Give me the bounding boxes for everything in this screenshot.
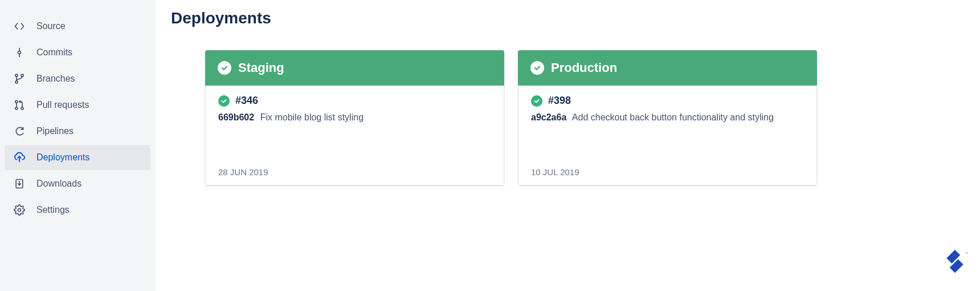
environment-card-production[interactable]: Production #398 a9c2a6a Add checkout bac…: [518, 50, 817, 185]
sidebar-label: Deployments: [36, 152, 89, 163]
sidebar-item-pipelines[interactable]: Pipelines: [5, 119, 150, 144]
sidebar-label: Settings: [36, 205, 70, 215]
environment-name: Production: [551, 60, 617, 75]
sidebar-item-downloads[interactable]: Downloads: [5, 171, 150, 196]
sidebar-label: Pipelines: [36, 126, 74, 136]
sidebar-item-branches[interactable]: Branches: [5, 66, 150, 91]
commit-line: 669b602 Fix mobile blog list styling: [218, 112, 491, 123]
environments-row: Staging #346 669b602 Fix mobile blog lis…: [171, 50, 964, 185]
commits-icon: [13, 46, 26, 59]
commit-message: Fix mobile blog list styling: [260, 112, 364, 122]
success-check-icon: [218, 61, 231, 75]
deployment-number[interactable]: #398: [548, 95, 571, 107]
sidebar-item-deployments[interactable]: Deployments: [5, 145, 150, 170]
commit-hash[interactable]: a9c2a6a: [531, 112, 566, 122]
main-content: Deployments Staging #346 669b602 Fi: [155, 0, 980, 291]
environment-header: Production: [518, 50, 817, 86]
sidebar-label: Branches: [36, 74, 75, 84]
sidebar-item-commits[interactable]: Commits: [5, 40, 150, 65]
deployment-row: #346: [218, 95, 491, 107]
environment-body: #346 669b602 Fix mobile blog list stylin…: [205, 86, 504, 185]
branches-icon: [13, 72, 26, 86]
pipelines-icon: [13, 124, 26, 138]
sidebar-label: Downloads: [36, 179, 81, 189]
source-icon: [13, 19, 26, 33]
environment-body: #398 a9c2a6a Add checkout back button fu…: [518, 86, 817, 185]
commit-hash[interactable]: 669b602: [218, 112, 254, 122]
sidebar-item-source[interactable]: Source: [5, 14, 150, 39]
success-check-icon: [531, 95, 542, 107]
deployments-icon: [13, 151, 26, 164]
svg-text:™: ™: [965, 251, 967, 256]
downloads-icon: [13, 177, 26, 191]
sidebar-item-settings[interactable]: Settings: [5, 197, 150, 223]
success-check-icon: [530, 61, 544, 75]
deployment-date: 10 JUL 2019: [531, 144, 804, 177]
deployment-number[interactable]: #346: [235, 95, 258, 107]
sidebar-label: Commits: [36, 47, 72, 58]
pull-requests-icon: [13, 98, 26, 112]
commit-line: a9c2a6a Add checkout back button functio…: [531, 112, 804, 123]
sidebar-item-pull-requests[interactable]: Pull requests: [5, 92, 150, 118]
sidebar-label: Pull requests: [36, 100, 89, 110]
deployment-row: #398: [531, 95, 804, 107]
environment-card-staging[interactable]: Staging #346 669b602 Fix mobile blog lis…: [205, 50, 504, 185]
sidebar-label: Source: [36, 21, 66, 31]
page-title: Deployments: [171, 9, 964, 27]
sidebar: Source Commits Branches Pull requests Pi…: [0, 0, 155, 291]
svg-point-11: [18, 209, 21, 212]
environment-name: Staging: [238, 60, 284, 75]
environment-header: Staging: [205, 50, 504, 86]
deployment-date: 28 JUN 2019: [218, 144, 491, 177]
success-check-icon: [218, 95, 230, 107]
settings-icon: [13, 203, 26, 217]
toptal-logo-icon: ™: [942, 249, 970, 276]
commit-message: Add checkout back button functionality a…: [572, 112, 774, 122]
